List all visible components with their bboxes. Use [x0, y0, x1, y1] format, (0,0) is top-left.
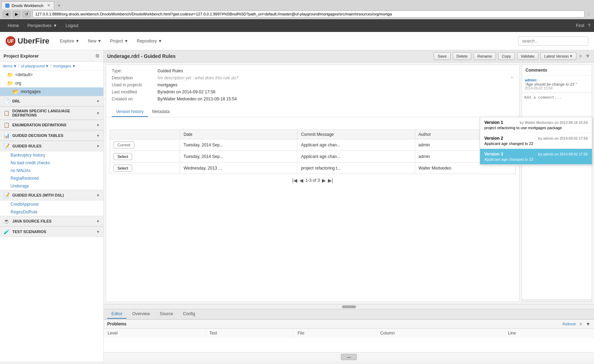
section-enum[interactable]: 📋 ENUMERATION DEFINITIONS ▼	[0, 120, 103, 130]
problems-refresh-button[interactable]: Refresh	[563, 322, 576, 326]
next-page-button[interactable]: ▶	[322, 178, 326, 183]
version-dropdown: Version 1 by Walter Medvedeo on 2013-09-…	[480, 117, 592, 165]
created-on-row: Created on: By/Walter Medvedeo on 2013-0…	[112, 97, 514, 101]
nav-logout[interactable]: Logout	[62, 20, 83, 31]
select-button-3[interactable]: Select	[114, 165, 132, 172]
tab-source[interactable]: Source	[155, 310, 177, 319]
last-page-button[interactable]: ▶|	[328, 178, 333, 183]
enum-arrow-icon: ▼	[96, 123, 100, 127]
breadcrumb-demo[interactable]: demo ▼	[3, 64, 17, 68]
resize-handle[interactable]	[522, 299, 592, 302]
delete-button[interactable]: Delete	[453, 52, 472, 60]
guided-rules-icon: 📝	[4, 143, 9, 149]
browser-chrome: Drools Workbench ✕ + ◀ ▶ ↺ ☆	[0, 0, 594, 19]
validate-button[interactable]: Validate	[517, 52, 538, 60]
folder-org[interactable]: 📁 org	[0, 79, 103, 87]
back-button[interactable]: ◀	[3, 11, 11, 18]
copy-button[interactable]: Copy	[498, 52, 515, 60]
scroll-thumb[interactable]	[342, 305, 356, 308]
uf-logo: UF UberFire	[6, 36, 49, 46]
used-in-value: mortgages	[157, 82, 514, 87]
version-3-header: Version 3 by admin on 2014-09-02 17:58	[484, 152, 588, 157]
prev-page-button[interactable]: ◀	[299, 178, 303, 183]
header-search-input[interactable]	[518, 37, 588, 46]
section-guided-rules[interactable]: 📝 GUIDED RULES ▼	[0, 141, 103, 151]
save-button[interactable]: Save	[434, 52, 450, 60]
gdt-label: GUIDED DECISION TABLES	[12, 133, 63, 138]
table-row: Select Tuesday, 2014 Sep... Applicant ag…	[110, 151, 516, 163]
breadcrumb-uf-playground[interactable]: uf-playground ▼	[21, 64, 49, 68]
section-java[interactable]: ☕ JAVA SOURCE FILES ▼	[0, 216, 103, 226]
version-2-item[interactable]: Version 2 by admin on 2014-09-02 17:58 A…	[480, 133, 592, 149]
comment-date: 2014-09-02 15:58	[525, 86, 589, 90]
version-1-item[interactable]: Version 1 by Walter Medvedeo on 2013-09-…	[480, 117, 592, 133]
rule-regla-restored[interactable]: ReglaRestored	[0, 174, 103, 182]
section-test[interactable]: 🧪 TEST SCENARIOS ▼	[0, 226, 103, 237]
nav-explore[interactable]: Explore ▼	[56, 37, 83, 46]
tab-version-history[interactable]: Version history	[112, 107, 148, 117]
problems-scroll[interactable]: Level Text File Column Line	[104, 329, 594, 352]
rename-button[interactable]: Rename	[473, 52, 496, 60]
tab-close-button[interactable]: ✕	[47, 3, 50, 8]
uf-badge: UF	[6, 36, 15, 46]
horizontal-scrollbar[interactable]	[104, 304, 594, 309]
select-button-2[interactable]: Select	[114, 153, 132, 160]
tab-config[interactable]: Config	[179, 310, 199, 319]
type-label: Type:	[112, 68, 157, 73]
rule-no-bad-credit[interactable]: No bad credit checks	[0, 159, 103, 167]
forward-button[interactable]: ▶	[13, 11, 20, 18]
rule-bankruptcy-history[interactable]: Bankruptcy history	[0, 151, 103, 159]
nav-new[interactable]: New ▼	[84, 37, 105, 46]
problems-menu-button[interactable]: ▼	[586, 321, 590, 327]
nav-home[interactable]: Home	[4, 20, 23, 31]
rule-credit-approval[interactable]: CreditApproval	[0, 200, 103, 208]
nav-repository[interactable]: Repository ▼	[133, 37, 166, 46]
tab-metadata[interactable]: Metadata	[148, 107, 174, 117]
version-2-meta: by admin on 2014-09-02 17:58	[538, 137, 588, 140]
section-guided-rules-dsl[interactable]: 📝 GUIDED RULES (WITH DSL) ▼	[0, 190, 103, 200]
section-drl[interactable]: 📄 DRL ▼	[0, 96, 103, 106]
last-modified-label: Last modified	[112, 90, 157, 94]
new-tab-button[interactable]: +	[56, 2, 63, 9]
rule-underage[interactable]: Underage	[0, 182, 103, 190]
app-nav: Home Perspectives ▼ Logout Find ?	[0, 19, 594, 32]
rule-no-ninjas[interactable]: no NINJAs	[0, 167, 103, 174]
doc-menu-button[interactable]: ▼	[585, 53, 590, 59]
nav-project[interactable]: Project ▼	[106, 37, 132, 46]
help-button[interactable]: ?	[588, 23, 590, 28]
section-gdt[interactable]: 📊 GUIDED DECISION TABLES ▼	[0, 130, 103, 141]
test-label: TEST SCENARIOS	[12, 230, 46, 234]
comments-panel: Comments admin: "Age should be change to…	[522, 65, 592, 302]
rule-regex-dsl[interactable]: RegexDslRule	[0, 208, 103, 216]
folder-default[interactable]: 📁 <default>	[0, 71, 103, 79]
bookmark-icon[interactable]: ☆	[587, 11, 591, 17]
latest-version-button[interactable]: Latest Version ▼	[541, 52, 577, 60]
breadcrumb-mortgages[interactable]: mortgages ▼	[53, 64, 76, 68]
url-input[interactable]	[33, 11, 585, 18]
dsl-icon: 📋	[4, 110, 9, 116]
comments-header: Comments	[522, 65, 592, 76]
type-row: Type: Guided Rules	[112, 68, 514, 73]
find-button[interactable]: Find	[576, 23, 584, 28]
folder-mortgages[interactable]: 📂 mortgages	[0, 87, 103, 96]
nav-perspectives[interactable]: Perspectives ▼	[23, 20, 62, 31]
first-page-button[interactable]: |◀	[292, 178, 298, 183]
test-arrow-icon: ▼	[96, 230, 100, 234]
section-dsl[interactable]: 📋 DOMAIN SPECIFIC LANGUAGE DEFINITIONS ▼	[0, 106, 103, 120]
refresh-button[interactable]: ↺	[22, 11, 31, 18]
problems-col-line: Line	[504, 329, 594, 338]
address-bar: ◀ ▶ ↺ ☆	[0, 9, 594, 19]
browser-tab[interactable]: Drools Workbench ✕	[1, 1, 54, 9]
tab-editor[interactable]: Editor	[107, 310, 127, 319]
close-document-button[interactable]: ✕	[579, 53, 583, 59]
version-3-item[interactable]: Version 3 by admin on 2014-09-02 17:58 A…	[480, 149, 592, 165]
sidebar-title: Project Explorer	[4, 53, 39, 59]
tab-overview[interactable]: Overview	[128, 310, 154, 319]
description-edit-icon[interactable]: ✏	[511, 75, 514, 79]
java-arrow-icon: ▼	[96, 219, 100, 223]
problems-close-button[interactable]: ✕	[579, 322, 583, 327]
sidebar-gear-icon[interactable]: ⚙	[95, 53, 100, 59]
problems-scroll-btn[interactable]: —	[341, 354, 357, 360]
repository-arrow-icon: ▼	[158, 39, 162, 44]
guided-rules-arrow-icon: ▼	[96, 144, 100, 148]
